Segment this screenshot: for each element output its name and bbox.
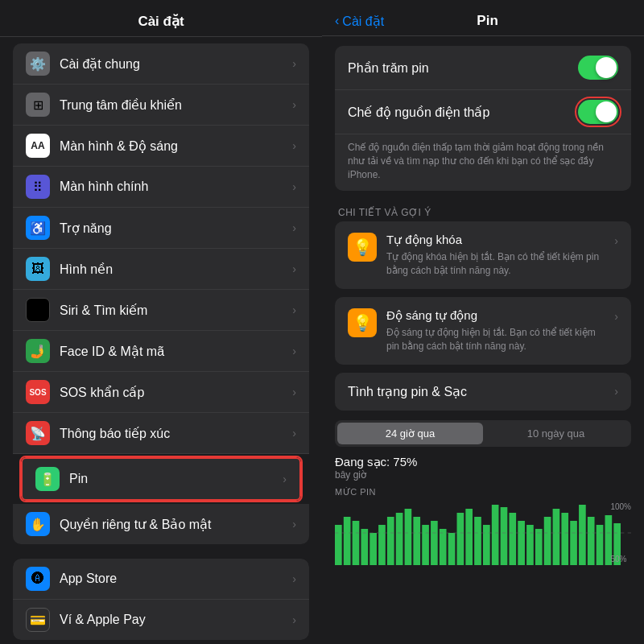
chevron-icon: ›	[292, 386, 296, 398]
svg-rect-4	[369, 533, 377, 565]
chart-label: MỨC PIN	[335, 487, 631, 497]
svg-rect-25	[553, 509, 560, 565]
item-icon-quyen-rieng-tu: ✋	[26, 512, 50, 536]
svg-rect-29	[588, 517, 595, 565]
settings-list: ⚙️Cài đặt chung›⊞Trung tâm điều khiển›AA…	[0, 37, 322, 644]
svg-rect-5	[378, 525, 386, 565]
che-do-nguon-row[interactable]: Chế độ nguồn điện thấp	[335, 90, 631, 134]
chart-y-50: 50%	[610, 555, 631, 564]
tinh-trang-row[interactable]: Tình trạng pin & Sạc ›	[335, 373, 631, 411]
item-icon-man-hinh-chinh: ⠿	[26, 175, 50, 199]
item-label-cai-dat-chung: Cài đặt chung	[60, 56, 292, 72]
svg-rect-1	[344, 517, 351, 565]
suggestion-chevron: ›	[614, 310, 618, 323]
settings-item-quyen-rieng-tu[interactable]: ✋Quyền riêng tư & Bảo mật›	[13, 504, 309, 544]
right-panel: ‹ Cài đặt Pin Phần trăm pin Chế độ nguồn…	[322, 0, 644, 644]
suggestion-content-tu-dong-khoa: Tự động khóaTự động khóa hiện bị tắt. Bạ…	[386, 233, 605, 278]
suggestion-card-do-sang-tu-dong[interactable]: 💡Độ sáng tự độngĐộ sáng tự động hiện bị …	[335, 297, 631, 365]
settings-item-man-hinh-chinh[interactable]: ⠿Màn hình chính›	[13, 167, 309, 208]
item-label-hinh-nen: Hình nền	[60, 262, 292, 277]
settings-item-face-id[interactable]: 🤳Face ID & Mật mã›	[13, 331, 309, 372]
right-header: ‹ Cài đặt Pin	[322, 0, 644, 36]
phan-tram-pin-toggle[interactable]	[578, 56, 618, 80]
item-icon-face-id: 🤳	[26, 339, 50, 363]
item-icon-vi-apple-pay: 💳	[26, 608, 50, 632]
left-header: Cài đặt	[0, 0, 322, 37]
settings-item-tro-nang[interactable]: ♿Trợ năng›	[13, 208, 309, 249]
toggle-knob	[596, 57, 617, 78]
tinh-trang-label: Tình trạng pin & Sạc	[348, 384, 614, 399]
item-label-vi-apple-pay: Ví & Apple Pay	[60, 613, 292, 627]
settings-item-hinh-nen[interactable]: 🖼Hình nền›	[13, 249, 309, 290]
toggle-section: Phần trăm pin Chế độ nguồn điện thấp Chế…	[335, 46, 631, 191]
settings-item-sos[interactable]: SOSSOS khẩn cấp›	[13, 372, 309, 413]
che-do-nguon-label: Chế độ nguồn điện thấp	[348, 105, 578, 120]
item-label-app-store: App Store	[60, 572, 292, 586]
item-icon-tro-nang: ♿	[26, 216, 50, 240]
chart-container: 100% 50%	[335, 501, 631, 565]
item-icon-hinh-nen: 🖼	[26, 257, 50, 281]
item-icon-man-hinh-do-sang: AA	[26, 134, 50, 158]
item-icon-sos: SOS	[26, 380, 50, 404]
svg-rect-13	[448, 533, 456, 565]
settings-item-siri[interactable]: ◉Siri & Tìm kiếm›	[13, 290, 309, 331]
svg-rect-22	[526, 525, 534, 565]
svg-rect-9	[413, 517, 420, 565]
chart-y-100: 100%	[610, 502, 631, 511]
svg-rect-11	[431, 521, 438, 565]
svg-rect-23	[535, 529, 543, 565]
item-label-man-hinh-chinh: Màn hình chính	[60, 180, 292, 194]
suggestion-title-tu-dong-khoa: Tự động khóa	[386, 233, 605, 247]
charge-info: Đang sạc: 75% bây giờ	[335, 455, 631, 481]
chevron-left-icon: ‹	[335, 14, 339, 28]
settings-item-man-hinh-do-sang[interactable]: AAMàn hình & Độ sáng›	[13, 126, 309, 167]
suggestion-desc-tu-dong-khoa: Tự động khóa hiện bị tắt. Bạn có thể tiế…	[386, 250, 605, 278]
chevron-icon: ›	[292, 221, 296, 234]
settings-item-cai-dat-chung[interactable]: ⚙️Cài đặt chung›	[13, 43, 309, 85]
svg-rect-27	[570, 521, 577, 565]
suggestion-card-tu-dong-khoa[interactable]: 💡Tự động khóaTự động khóa hiện bị tắt. B…	[335, 221, 631, 289]
suggestion-content-do-sang-tu-dong: Độ sáng tự độngĐộ sáng tự động hiện bị t…	[386, 308, 605, 353]
item-icon-app-store: 🅐	[26, 567, 50, 591]
item-label-sos: SOS khẩn cấp	[60, 385, 292, 400]
time-tabs: 24 giờ qua10 ngày qua	[335, 420, 631, 447]
chevron-icon: ›	[292, 303, 296, 316]
item-icon-cai-dat-chung: ⚙️	[26, 52, 50, 76]
che-do-nguon-toggle[interactable]	[578, 100, 618, 124]
settings-item-trung-tam-dieu-khien[interactable]: ⊞Trung tâm điều khiển›	[13, 85, 309, 126]
chart-area: MỨC PIN	[335, 487, 631, 565]
battery-chart	[335, 501, 631, 565]
phan-tram-pin-label: Phần trăm pin	[348, 60, 578, 76]
phan-tram-pin-row[interactable]: Phần trăm pin	[335, 46, 631, 90]
section-title: CHI TIẾT VÀ GỢI Ý	[338, 200, 631, 221]
suggestion-icon-tu-dong-khoa: 💡	[348, 233, 377, 262]
svg-rect-6	[387, 517, 394, 565]
chevron-icon: ›	[292, 518, 296, 530]
suggestion-icon-do-sang-tu-dong: 💡	[348, 308, 377, 337]
time-tab-0[interactable]: 24 giờ qua	[337, 423, 483, 444]
svg-rect-21	[518, 521, 525, 565]
settings-item-thong-bao[interactable]: 📡Thông báo tiếp xúc›	[13, 413, 309, 454]
item-icon-trung-tam-dieu-khien: ⊞	[26, 93, 50, 117]
back-button[interactable]: ‹ Cài đặt	[335, 14, 384, 29]
suggestion-desc-do-sang-tu-dong: Độ sáng tự động hiện bị tắt. Bạn có thể …	[386, 326, 605, 353]
charge-main: Đang sạc: 75%	[335, 455, 631, 469]
time-tab-1[interactable]: 10 ngày qua	[483, 423, 629, 444]
item-icon-thong-bao: 📡	[26, 421, 50, 445]
chevron-icon: ›	[292, 139, 296, 152]
item-icon-siri: ◉	[26, 298, 50, 322]
settings-group-1: 🅐App Store›💳Ví & Apple Pay›	[0, 559, 322, 640]
back-label: Cài đặt	[342, 14, 384, 29]
svg-rect-8	[405, 509, 412, 565]
item-label-face-id: Face ID & Mật mã	[60, 344, 292, 359]
svg-rect-17	[483, 525, 490, 565]
svg-rect-14	[457, 513, 464, 565]
svg-rect-2	[353, 521, 360, 565]
settings-item-app-store[interactable]: 🅐App Store›	[13, 559, 309, 600]
settings-item-pin[interactable]: 🔋Pin›	[21, 457, 301, 501]
settings-item-vi-apple-pay[interactable]: 💳Ví & Apple Pay›	[13, 600, 309, 640]
toggle-knob-2	[596, 101, 617, 122]
chevron-icon: ›	[292, 262, 296, 275]
right-content: Phần trăm pin Chế độ nguồn điện thấp Chế…	[322, 36, 644, 644]
chevron-icon: ›	[283, 473, 287, 485]
